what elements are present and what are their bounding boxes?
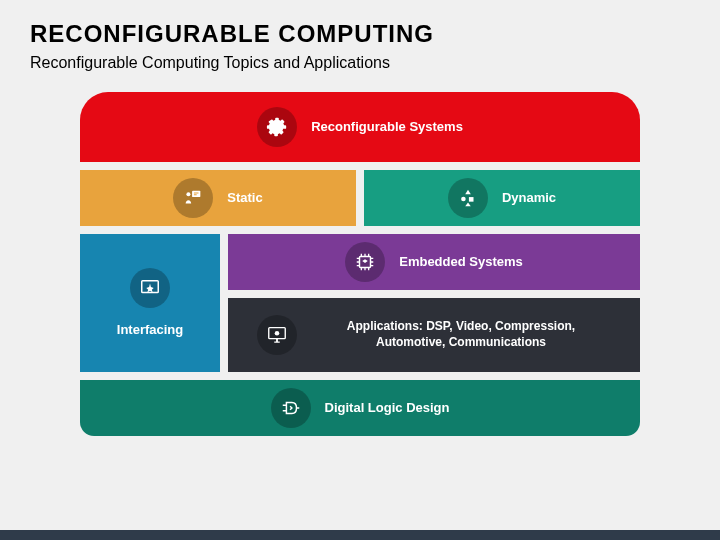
- slide: RECONFIGURABLE COMPUTING Reconfigurable …: [0, 0, 720, 540]
- svg-point-0: [187, 192, 191, 196]
- block-label: Applications: DSP, Video, Compression, A…: [311, 319, 611, 350]
- page-title: RECONFIGURABLE COMPUTING: [30, 20, 690, 48]
- gear-cycle-icon: [257, 107, 297, 147]
- row-digital: Digital Logic Design: [80, 380, 640, 436]
- block-label: Reconfigurable Systems: [311, 119, 463, 136]
- block-embedded: Embedded Systems: [228, 234, 640, 290]
- block-dynamic: Dynamic: [364, 170, 640, 226]
- diagram-container: Reconfigurable Systems Static Dynamic: [80, 92, 640, 436]
- block-static: Static: [80, 170, 356, 226]
- svg-point-9: [275, 331, 280, 336]
- presenter-icon: [173, 178, 213, 218]
- block-reconfigurable-systems: Reconfigurable Systems: [80, 92, 640, 162]
- svg-point-3: [461, 197, 466, 202]
- right-column: Embedded Systems Applications: DSP, Vide…: [228, 234, 640, 372]
- logic-gate-icon: [271, 388, 311, 428]
- block-digital-logic: Digital Logic Design: [80, 380, 640, 436]
- monitor-gear-icon: [257, 315, 297, 355]
- svg-rect-4: [469, 197, 474, 202]
- block-applications: Applications: DSP, Video, Compression, A…: [228, 298, 640, 372]
- svg-rect-1: [192, 191, 200, 197]
- svg-marker-5: [465, 203, 471, 207]
- block-interfacing: Interfacing: [80, 234, 220, 372]
- block-label: Static: [227, 190, 262, 207]
- chip-icon: [345, 242, 385, 282]
- svg-marker-2: [465, 190, 471, 195]
- shapes-icon: [448, 178, 488, 218]
- page-subtitle: Reconfigurable Computing Topics and Appl…: [30, 54, 690, 72]
- block-label: Embedded Systems: [399, 254, 523, 271]
- row-static-dynamic: Static Dynamic: [80, 170, 640, 226]
- row-interfacing-right: Interfacing Embedded Systems Application…: [80, 234, 640, 372]
- footer-bar: [0, 530, 720, 540]
- touch-screen-icon: [130, 268, 170, 308]
- block-label: Digital Logic Design: [325, 400, 450, 417]
- block-label: Interfacing: [117, 322, 183, 339]
- block-label: Dynamic: [502, 190, 556, 207]
